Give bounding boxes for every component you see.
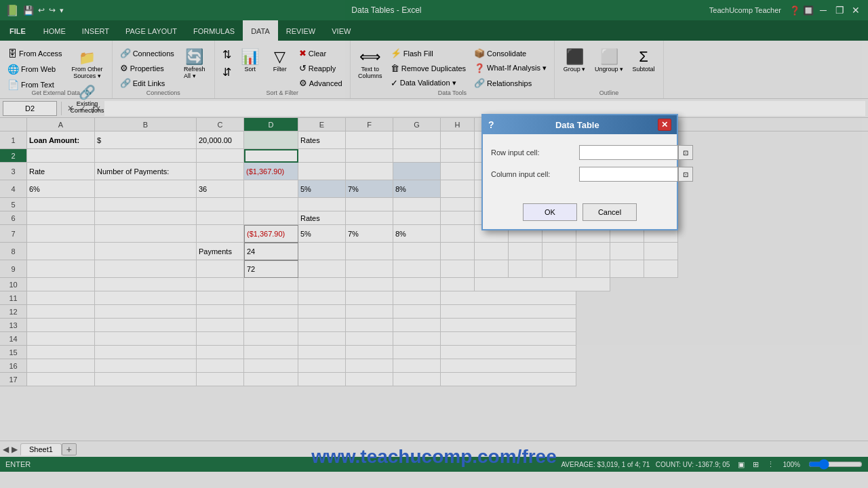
cell-d14[interactable] — [244, 332, 298, 346]
tab-page-layout[interactable]: PAGE LAYOUT — [117, 20, 185, 41]
cell-l8[interactable] — [576, 243, 610, 260]
cell-g10[interactable] — [393, 278, 441, 291]
remove-dup-btn[interactable]: 🗑 Remove Duplicates — [387, 61, 469, 75]
cell-a11[interactable] — [27, 291, 95, 305]
cell-k9[interactable] — [542, 260, 576, 278]
cell-e12[interactable] — [298, 305, 346, 319]
cell-a3[interactable]: Rate — [27, 163, 95, 180]
cell-e10[interactable] — [298, 278, 346, 291]
connections-btn[interactable]: 🔗 Connections — [117, 46, 178, 60]
cell-b6[interactable] — [95, 211, 197, 225]
cell-b5[interactable] — [95, 198, 197, 211]
cell-d17[interactable] — [244, 373, 298, 386]
cell-h10[interactable] — [441, 278, 475, 291]
cell-a2[interactable] — [27, 149, 95, 163]
cell-f10[interactable] — [346, 278, 393, 291]
cell-f2[interactable] — [346, 149, 393, 163]
cell-e4[interactable]: 5% — [298, 180, 346, 198]
cell-h1[interactable] — [441, 131, 475, 149]
cell-h2[interactable] — [441, 149, 475, 163]
cell-d10[interactable] — [244, 278, 298, 291]
relationships-btn[interactable]: 🔗 Relationships — [471, 76, 550, 90]
cell-c14[interactable] — [197, 332, 244, 346]
cell-c16[interactable] — [197, 359, 244, 373]
cell-g9[interactable] — [393, 260, 441, 278]
cell-e9[interactable] — [298, 260, 346, 278]
cell-c5[interactable] — [197, 198, 244, 211]
cell-d13[interactable] — [244, 319, 298, 332]
tab-home[interactable]: HOME — [35, 20, 74, 41]
cell-g7[interactable]: 8% — [393, 225, 441, 243]
tab-insert[interactable]: INSERT — [74, 20, 117, 41]
next-sheet-btn[interactable]: ▶ — [12, 445, 18, 454]
cell-d12[interactable] — [244, 305, 298, 319]
cell-d2[interactable] — [244, 149, 298, 163]
sort-az-btn[interactable]: ⇅ — [219, 46, 235, 63]
cell-b15[interactable] — [95, 346, 197, 359]
cell-h7[interactable] — [441, 225, 475, 243]
cell-f13[interactable] — [346, 319, 393, 332]
cell-e17[interactable] — [298, 373, 346, 386]
cell-f4[interactable]: 7% — [346, 180, 393, 198]
redo-btn[interactable]: ↪ — [49, 5, 56, 15]
cell-d15[interactable] — [244, 346, 298, 359]
cell-a15[interactable] — [27, 346, 95, 359]
cell-a1[interactable]: Loan Amount: — [27, 131, 95, 149]
cell-g4[interactable]: 8% — [393, 180, 441, 198]
cell-n9[interactable] — [644, 260, 678, 278]
cell-g16[interactable] — [393, 359, 441, 373]
cell-a7[interactable] — [27, 225, 95, 243]
tab-data[interactable]: DATA — [243, 20, 278, 41]
what-if-btn[interactable]: ❓ What-If Analysis ▾ — [471, 61, 550, 75]
cell-b4[interactable] — [95, 180, 197, 198]
cell-e7[interactable]: 5% — [298, 225, 346, 243]
cell-i9[interactable] — [475, 260, 509, 278]
cell-a17[interactable] — [27, 373, 95, 386]
cell-d6[interactable] — [244, 211, 298, 225]
cell-c1[interactable]: 20,000.00 — [197, 131, 244, 149]
from-other-sources-btn[interactable]: 📁 From OtherSources ▾ — [67, 46, 108, 81]
cell-f11[interactable] — [346, 291, 393, 305]
cell-b7[interactable] — [95, 225, 197, 243]
flash-fill-btn[interactable]: ⚡ Flash Fill — [387, 46, 469, 60]
cell-rest17[interactable] — [441, 373, 576, 386]
cell-j8[interactable] — [509, 243, 542, 260]
cell-rest14[interactable] — [441, 332, 576, 346]
subtotal-btn[interactable]: Σ Subtotal — [628, 45, 659, 75]
cell-b14[interactable] — [95, 332, 197, 346]
row-collapse-btn[interactable]: ⊡ — [678, 145, 693, 160]
tab-formulas[interactable]: FORMULAS — [185, 20, 243, 41]
row-input-cell[interactable] — [579, 145, 678, 160]
cell-b2[interactable] — [95, 149, 197, 163]
cell-d3[interactable]: ($1,367.90) — [244, 163, 298, 180]
cell-a5[interactable] — [27, 198, 95, 211]
cell-n8[interactable] — [644, 243, 678, 260]
cell-k8[interactable] — [542, 243, 576, 260]
col-input-cell[interactable] — [579, 167, 678, 182]
col-collapse-btn[interactable]: ⊡ — [678, 167, 693, 182]
cell-f3[interactable] — [346, 163, 393, 180]
ok-button[interactable]: OK — [523, 203, 577, 221]
ungroup-btn[interactable]: ⬜ Ungroup ▾ — [591, 45, 627, 75]
cell-f9[interactable] — [346, 260, 393, 278]
cell-e13[interactable] — [298, 319, 346, 332]
cell-e1[interactable]: Rates — [298, 131, 346, 149]
help-icon[interactable]: ❓ — [789, 5, 800, 16]
cell-j9[interactable] — [509, 260, 542, 278]
cell-d8[interactable]: 24 — [244, 243, 298, 260]
cell-h3[interactable] — [441, 163, 475, 180]
cell-c6[interactable] — [197, 211, 244, 225]
cell-a4[interactable]: 6% — [27, 180, 95, 198]
prev-sheet-btn[interactable]: ◀ — [3, 445, 9, 454]
clear-btn[interactable]: ✖ Clear — [296, 46, 346, 60]
cell-d4[interactable] — [244, 180, 298, 198]
cell-e5[interactable] — [298, 198, 346, 211]
cell-e8[interactable] — [298, 243, 346, 260]
cell-b1[interactable]: $ — [95, 131, 197, 149]
cell-e2[interactable] — [298, 149, 346, 163]
page-layout-btn[interactable]: ⊞ — [753, 460, 759, 469]
cell-a12[interactable] — [27, 305, 95, 319]
cell-c3[interactable] — [197, 163, 244, 180]
cell-g3[interactable] — [393, 163, 441, 180]
cell-g5[interactable] — [393, 198, 441, 211]
